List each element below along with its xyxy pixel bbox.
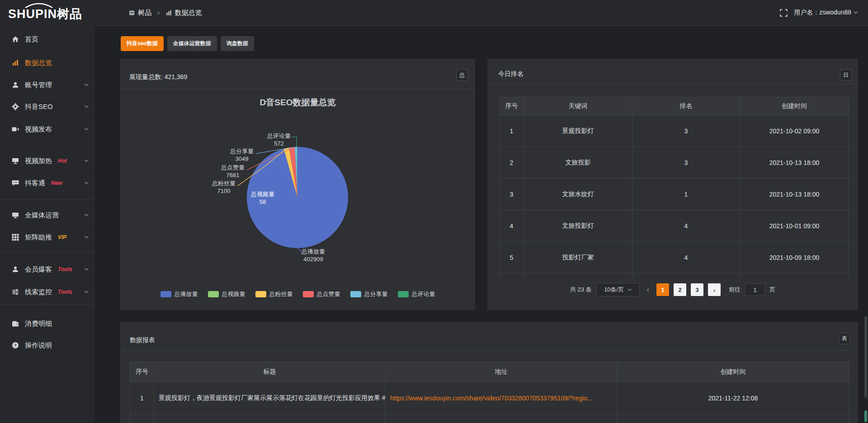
chevron-down-icon bbox=[854, 10, 858, 15]
screen-icon bbox=[11, 157, 19, 165]
chevron-down-icon bbox=[84, 267, 89, 272]
breadcrumb-separator: > bbox=[157, 9, 160, 16]
grid-icon bbox=[11, 234, 19, 241]
sidebar-item-label: 数据总览 bbox=[25, 59, 52, 67]
logo-text: SHUPIN树品 bbox=[8, 7, 82, 21]
report-link[interactable]: https://www.iesdouyin.com/share/video/70… bbox=[386, 382, 617, 415]
total-view-button[interactable]: 总 bbox=[456, 69, 468, 81]
legend-item-plays[interactable]: 总播放量 bbox=[160, 290, 198, 298]
seo-data-panel: 展现量总数: 421,369 总 D音SEO数据量总览 总评论量 572 总分享… bbox=[120, 59, 475, 310]
tab-media-ops-data[interactable]: 全媒体运营数据 bbox=[167, 36, 217, 51]
table-view-button[interactable]: 表 bbox=[839, 333, 850, 344]
next-page-button[interactable]: › bbox=[708, 283, 721, 296]
sidebar-item-member-tools[interactable]: 会员爆客 Tools bbox=[0, 264, 95, 275]
goto-suffix: 页 bbox=[769, 286, 775, 294]
sidebar-divider bbox=[0, 304, 95, 305]
question-circle-icon: ? bbox=[11, 342, 19, 349]
page-button-1[interactable]: 1 bbox=[656, 283, 669, 296]
chevron-down-icon bbox=[84, 213, 89, 217]
breadcrumb-root[interactable]: 树品 bbox=[138, 9, 151, 17]
ranking-table-header: 序号 关键词 排名 创建时间 bbox=[499, 97, 849, 115]
sidebar-item-douyin-seo[interactable]: 抖音SEO bbox=[0, 101, 95, 112]
sidebar-item-label: 全媒体运营 bbox=[25, 211, 59, 220]
legend-chip bbox=[303, 291, 314, 297]
sidebar-divider bbox=[0, 144, 95, 144]
sidebar-item-instructions[interactable]: ? 操作说明 bbox=[0, 340, 95, 351]
sidebar-item-douketong[interactable]: 抖客通 New bbox=[0, 178, 95, 188]
day-view-button[interactable]: 日 bbox=[840, 69, 852, 81]
col-header-rank: 排名 bbox=[632, 97, 740, 115]
legend-item-comments[interactable]: 总评论量 bbox=[398, 290, 435, 298]
table-row: 5 投影灯厂家 4 2021-10-09 18:00 bbox=[499, 242, 849, 273]
table-row: 4 文旅投影灯 4 2021-10-01 09:00 bbox=[499, 210, 849, 242]
sidebar-item-label: 会员爆客 bbox=[25, 265, 52, 274]
sidebar-item-label: 线索监控 bbox=[25, 288, 52, 296]
col-header-created: 创建时间 bbox=[617, 362, 849, 382]
header-divider bbox=[95, 25, 868, 26]
username-label: 用户名：zswodun88 bbox=[794, 9, 851, 17]
impressions-total-label: 展现量总数: 421,369 bbox=[129, 73, 187, 81]
pie-label-fans: 总粉丝量 7100 bbox=[203, 179, 244, 195]
sliders-icon bbox=[11, 288, 19, 296]
sidebar-item-home[interactable]: 首页 bbox=[0, 34, 95, 45]
sidebar-item-consumption[interactable]: 消费明细 bbox=[0, 318, 95, 329]
sidebar-item-matrix-boost[interactable]: 矩阵助推 VIP bbox=[0, 232, 95, 243]
col-header-created: 创建时间 bbox=[740, 97, 849, 115]
goto-page-input[interactable] bbox=[745, 283, 765, 296]
sidebar-item-clue-monitor[interactable]: 线索监控 Tools bbox=[0, 287, 95, 297]
breadcrumb-current: 数据总览 bbox=[175, 9, 202, 17]
sidebar-item-data-overview[interactable]: 数据总览 bbox=[0, 57, 95, 68]
pie-label-videos: 总视频量 58 bbox=[242, 190, 283, 206]
user-menu[interactable]: 用户名：zswodun88 bbox=[794, 9, 858, 17]
chevron-down-icon bbox=[84, 181, 89, 185]
legend-chip bbox=[398, 291, 409, 297]
scrollbar-thumb-bottom[interactable] bbox=[864, 410, 867, 422]
col-header-url: 地址 bbox=[386, 362, 617, 382]
sidebar-item-video-heat[interactable]: 视频加热 Hot bbox=[0, 155, 95, 166]
logo-arc bbox=[24, 3, 53, 8]
scrollbar-thumb[interactable] bbox=[864, 316, 867, 398]
today-ranking-panel: 今日排名 日 序号 关键词 排名 创建时间 1 景观投影灯 3 2021-10-… bbox=[487, 59, 858, 310]
legend-chip bbox=[350, 291, 361, 297]
goto-label: 前往 bbox=[729, 286, 741, 294]
panel-divider bbox=[120, 350, 858, 351]
report-title-cell: 景观投影灯，夜游景观投影灯厂家展示展示落花灯在花园里的灯光投影应用效果 # bbox=[154, 382, 386, 415]
table-row: 3 文旅水纹灯 1 2021-10-13 18:00 bbox=[499, 179, 849, 210]
col-header-no: 序号 bbox=[500, 97, 524, 115]
sidebar-item-label: 操作说明 bbox=[25, 341, 52, 350]
legend-item-likes[interactable]: 总点赞量 bbox=[303, 290, 340, 298]
table-row: 2 文旅投影 3 2021-10-13 18:00 bbox=[499, 147, 849, 179]
app-square-icon bbox=[129, 10, 135, 16]
fullscreen-icon[interactable] bbox=[780, 9, 788, 17]
legend-item-shares[interactable]: 总分享量 bbox=[350, 290, 388, 298]
sidebar-item-account[interactable]: 账号管理 bbox=[0, 80, 95, 90]
legend-item-fans[interactable]: 总粉丝量 bbox=[255, 290, 293, 298]
sidebar-item-video-publish[interactable]: 视频发布 bbox=[0, 124, 95, 135]
sidebar-item-label: 首页 bbox=[25, 35, 38, 44]
vip-badge: VIP bbox=[58, 234, 66, 240]
tab-douyin-seo-data[interactable]: 抖音seo数据 bbox=[121, 36, 164, 51]
sidebar-item-label: 抖客通 bbox=[25, 179, 45, 188]
prev-page-button[interactable]: ‹ bbox=[644, 286, 652, 294]
sidebar-item-label: 账号管理 bbox=[25, 81, 52, 89]
page-button-2[interactable]: 2 bbox=[674, 283, 686, 296]
table-row: 1 景观投影灯 3 2021-10-02 09:00 bbox=[499, 115, 849, 147]
chart-legend: 总播放量 总视频量 总粉丝量 总点赞量 总分享量 总评论量 bbox=[120, 290, 475, 298]
chevron-down-icon bbox=[84, 235, 89, 240]
tab-inquiry-data[interactable]: 询盘数据 bbox=[221, 36, 254, 51]
top-header: SHUPIN树品 树品 > 数据总览 用户名：zswodun88 bbox=[0, 0, 868, 25]
sidebar-item-label: 抖音SEO bbox=[25, 103, 53, 111]
legend-chip bbox=[208, 291, 219, 297]
report-panel-title: 数据报表 bbox=[130, 336, 155, 344]
page-button-3[interactable]: 3 bbox=[691, 283, 703, 296]
data-tabs: 抖音seo数据 全媒体运营数据 询盘数据 bbox=[121, 36, 254, 51]
page-size-select[interactable]: 10条/页 bbox=[596, 283, 640, 296]
sidebar-item-media-ops[interactable]: 全媒体运营 bbox=[0, 210, 95, 221]
sidebar-item-label: 消费明细 bbox=[25, 320, 52, 328]
sidebar-divider bbox=[0, 252, 95, 253]
ranking-panel-title: 今日排名 bbox=[498, 70, 524, 78]
legend-item-videos[interactable]: 总视频量 bbox=[208, 290, 245, 298]
home-icon bbox=[11, 36, 19, 43]
pie-label-comments: 总评论量 572 bbox=[259, 132, 299, 147]
sidebar-item-label: 视频发布 bbox=[25, 125, 52, 134]
